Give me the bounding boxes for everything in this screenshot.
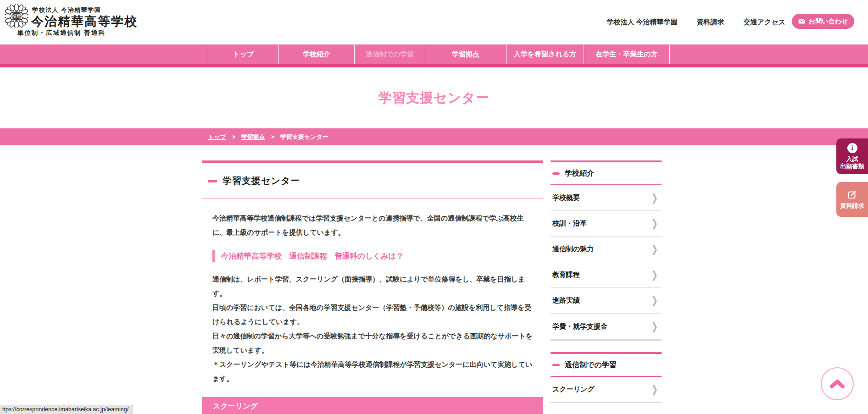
- sidebar-item-career-results[interactable]: 進路実績 ❯: [551, 288, 662, 314]
- sidebar-item-schooling[interactable]: スクーリング ❯: [551, 377, 662, 403]
- sidebar-section-title: 学校紹介: [565, 169, 594, 178]
- sidebar-item-tuition[interactable]: 学費・就学支援金 ❯: [551, 314, 662, 339]
- breadcrumb-link-learning-centers[interactable]: 学習拠点: [241, 133, 265, 141]
- section-subheading: 今治精華高等学校 通信制課程 普通科のしくみは？: [212, 250, 534, 262]
- envelope-icon: [798, 19, 805, 24]
- nav-item-prospective-students[interactable]: 入学を希望される方: [506, 44, 584, 64]
- header-link-corporation[interactable]: 学校法人 今治精華学園: [606, 18, 677, 27]
- scroll-top-button[interactable]: [821, 367, 854, 400]
- content-heading-row: 学習支援センター: [202, 163, 543, 199]
- request-label: 資料請求: [840, 202, 864, 210]
- svg-text:精華: 精華: [12, 14, 22, 19]
- sidebar-item-curriculum[interactable]: 教育課程 ❯: [551, 262, 662, 288]
- nav-item-top[interactable]: トップ: [208, 44, 278, 64]
- body-paragraph: 通信制は、レポート学習、スクーリング（面接指導）、試験によりで単位修得をし、卒業…: [212, 272, 534, 300]
- header-link-materials[interactable]: 資料請求: [697, 18, 724, 27]
- sidebar-section-header: 学校紹介: [551, 162, 662, 185]
- body-paragraph: 日頃の学習においては、全国各地の学習支援センター（学習塾・予備校等）の施設を利用…: [212, 300, 534, 329]
- sidebar-section-title: 通信制での学習: [565, 360, 617, 370]
- sidebar-section-correspondence-learning: 通信制での学習 スクーリング ❯: [551, 352, 662, 414]
- status-url-tooltip: ttps://correspondence.imabariseika.ac.jp…: [0, 405, 133, 414]
- sidebar-item-partial: [551, 403, 662, 414]
- chevron-right-icon: ❯: [651, 243, 658, 255]
- navbar-accent-strip: [0, 64, 868, 67]
- chevron-right-icon: ❯: [651, 217, 658, 230]
- chevron-right-icon: ❯: [651, 383, 658, 396]
- page-title: 学習支援センター: [0, 89, 868, 107]
- admission-label-line2: 出願書類: [840, 163, 864, 170]
- content-heading: 学習支援センター: [223, 175, 300, 187]
- body-paragraph: ＊スクーリングやテスト等には今治精華高等学校通信制課程が学習支援センターに出向い…: [212, 357, 534, 386]
- breadcrumb-separator: >: [271, 134, 274, 140]
- intro-paragraph: 今治精華高等学校通信制課程では学習支援センターとの連携指導で、全国の通信制課程で…: [212, 211, 534, 239]
- breadcrumb-link-top[interactable]: トップ: [208, 133, 226, 141]
- logo-school-type: 単位制・広域通信制 普通科: [17, 29, 106, 37]
- content-body: 今治精華高等学校通信制課程では学習支援センターとの連携指導で、全国の通信制課程で…: [202, 199, 543, 386]
- sidebar-section-school-intro: 学校紹介 学校概要 ❯ 校訓・沿革 ❯ 通信制の魅力 ❯ 教育課程 ❯ 進路実績…: [551, 160, 662, 341]
- sidebar-section-header: 通信制での学習: [551, 354, 662, 377]
- floating-request-materials-button[interactable]: 資料請求: [836, 182, 868, 217]
- school-logo[interactable]: 精華 学校法人 今治精華学園 今治精華高等学校 単位制・広域通信制 普通科: [4, 2, 155, 42]
- pink-dash-marker: [552, 364, 560, 366]
- pink-dash-marker: [552, 172, 560, 175]
- contact-button[interactable]: お問い合わせ: [792, 14, 854, 29]
- nav-item-school-intro[interactable]: 学校紹介: [278, 44, 354, 64]
- header-utility-nav: 学校法人 今治精華学園 資料請求 交通アクセス: [606, 0, 785, 44]
- pink-dash-marker: [208, 180, 217, 182]
- chevron-up-icon: [829, 379, 845, 389]
- school-emblem-icon: 精華: [5, 4, 28, 28]
- pencil-icon: [847, 190, 857, 200]
- nav-menu: トップ 学校紹介 通信制での学習 学習拠点 入学を希望される方 在学生・卒業生の…: [208, 44, 670, 64]
- sidebar-item-school-overview[interactable]: 学校概要 ❯: [551, 185, 662, 211]
- sidebar-item-school-motto[interactable]: 校訓・沿革 ❯: [551, 211, 662, 237]
- main-content-card: 学習支援センター 今治精華高等学校通信制課程では学習支援センターとの連携指導で、…: [202, 160, 543, 414]
- main-navbar: トップ 学校紹介 通信制での学習 学習拠点 入学を希望される方 在学生・卒業生の…: [0, 44, 868, 64]
- admission-label-line1: 入試: [846, 155, 858, 162]
- nav-item-current-students[interactable]: 在学生・卒業生の方: [584, 44, 670, 64]
- info-icon: i: [847, 143, 857, 153]
- sidebar: 学校紹介 学校概要 ❯ 校訓・沿革 ❯ 通信制の魅力 ❯ 教育課程 ❯ 進路実績…: [551, 160, 662, 414]
- chevron-right-icon: ❯: [651, 320, 658, 332]
- body-paragraph: 日々の通信制の学習から大学等への受験勉強まで十分な指導を受けることができる画期的…: [212, 329, 534, 357]
- contact-button-label: お問い合わせ: [809, 17, 848, 26]
- header: 精華 学校法人 今治精華学園 今治精華高等学校 単位制・広域通信制 普通科 学校…: [0, 0, 868, 44]
- breadcrumb-current: 学習支援センター: [280, 133, 328, 141]
- chevron-right-icon: ❯: [651, 269, 658, 281]
- nav-item-correspondence-learning[interactable]: 通信制での学習: [354, 44, 425, 64]
- schooling-section-banner: スクーリング: [202, 397, 543, 414]
- logo-school-name: 今治精華高等学校: [31, 13, 138, 30]
- sidebar-item-correspondence-appeal[interactable]: 通信制の魅力 ❯: [551, 237, 662, 262]
- breadcrumb-separator: >: [232, 134, 235, 140]
- breadcrumb-band: トップ > 学習拠点 > 学習支援センター: [0, 128, 868, 145]
- chevron-right-icon: ❯: [651, 294, 658, 307]
- header-link-access[interactable]: 交通アクセス: [744, 18, 785, 27]
- floating-admission-documents-button[interactable]: i 入試 出願書類: [836, 138, 868, 174]
- breadcrumb: トップ > 学習拠点 > 学習支援センター: [208, 128, 328, 145]
- page-title-area: 学習支援センター: [0, 67, 868, 128]
- chevron-right-icon: ❯: [651, 192, 658, 204]
- nav-item-learning-centers[interactable]: 学習拠点: [425, 44, 506, 64]
